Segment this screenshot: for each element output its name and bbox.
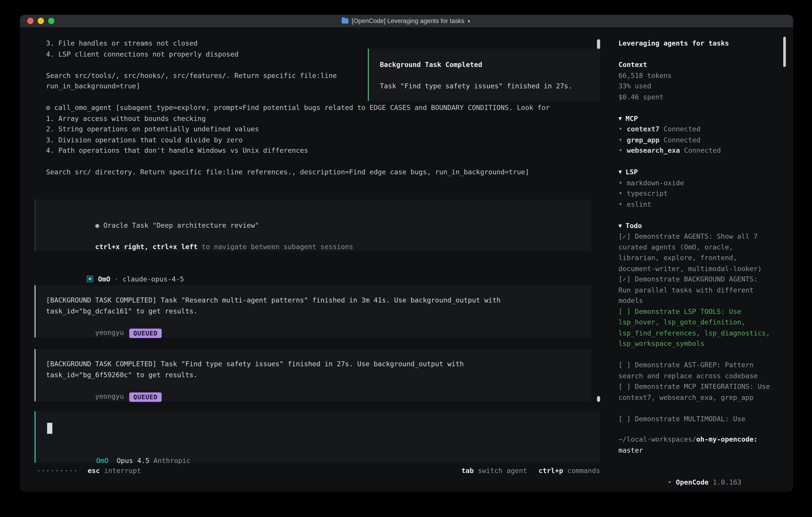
prompt-input[interactable]: OmO Opus 4.5 Anthropic <box>35 411 600 463</box>
chevron-down-icon: ▼ <box>618 222 622 229</box>
mcp-status: Connected <box>664 125 700 133</box>
mcp-name: websearch_exa <box>627 146 680 154</box>
input-cursor <box>47 423 52 434</box>
status-bar: ········· esc interrupt tab switch agent… <box>36 466 600 477</box>
separator-dot: · <box>114 275 118 283</box>
lsp-name: markdown-oxide <box>627 179 684 187</box>
lsp-item: •markdown-oxide <box>618 178 771 189</box>
card-author: yeongyu <box>95 392 124 400</box>
app-name: OpenCode <box>676 478 709 486</box>
window-content: 3. File handles or streams not closed 4.… <box>20 27 793 492</box>
bullet-icon: • <box>618 179 622 187</box>
background-task-toast[interactable]: Background Task Completed Task "Find typ… <box>368 49 600 101</box>
chevron-down-icon: ▼ <box>618 168 622 175</box>
todo-item: [ ] Demonstrate MCP INTEGRATIONS: Use co… <box>618 381 771 403</box>
chevron-down-icon: ▼ <box>618 115 622 122</box>
card-author: yeongyu <box>95 328 124 336</box>
mcp-heading-label: MCP <box>626 114 638 122</box>
hint-keys: ctrl+x right, ctrl+x left <box>95 243 197 250</box>
hint-text: to navigate between subagent sessions <box>202 243 353 250</box>
main-scrollbar-thumb-bottom[interactable] <box>597 396 600 402</box>
bullet-icon: • <box>618 200 622 208</box>
session-title: Leveraging agents for tasks <box>618 38 771 49</box>
input-provider: Anthropic <box>154 457 191 464</box>
sidebar-footer: ~/local-workspaces/oh-my-opencode: maste… <box>618 434 771 477</box>
window-title-area: [OpenCode] Leveraging agents for tasks ◐ <box>20 15 793 27</box>
todo-item: [✓] Demonstrate BACKGROUND AGENTS: Run p… <box>618 274 771 306</box>
workspace-prefix: ~/local-workspaces/ <box>618 435 696 443</box>
main-scrollbar-thumb-top[interactable] <box>597 39 600 50</box>
lsp-item: •eslint <box>618 199 771 210</box>
bullet-icon: • <box>618 189 622 197</box>
card-text-line: task_id="bg_6f59260c" to get results. <box>46 370 591 380</box>
toast-title: Background Task Completed <box>380 60 600 71</box>
lsp-item: •typescript <box>618 188 771 199</box>
minimize-button[interactable] <box>38 18 44 24</box>
agent-model: claude-opus-4-5 <box>122 275 184 283</box>
interrupt-label: interrupt <box>104 466 141 477</box>
card-text-line: [BACKGROUND TASK COMPLETED] Task "Find t… <box>46 359 591 370</box>
oracle-task-panel: ◉ Oracle Task "Deep architecture review"… <box>35 199 591 251</box>
lsp-name: eslint <box>627 200 651 208</box>
task-card: [BACKGROUND TASK COMPLETED] Task "Find t… <box>35 349 591 402</box>
oracle-hint: ctrl+x right, ctrl+x left to navigate be… <box>46 231 591 242</box>
todo-item: [ ] Demonstrate LSP TOOLS: Use lsp_hover… <box>618 306 771 349</box>
terminal-line <box>46 156 605 167</box>
terminal-line: Search src/ directory. Return specific f… <box>46 167 605 178</box>
branch-name: master <box>618 446 643 454</box>
agent-name: OmO <box>98 275 110 283</box>
tab-key: tab <box>462 466 474 477</box>
sidebar: Leveraging agents for tasks Context 66,5… <box>611 27 793 492</box>
lsp-section-header[interactable]: ▼LSP <box>618 167 771 178</box>
workspace-repo: oh-my-opencode: <box>696 435 758 443</box>
agent-icon <box>87 275 93 282</box>
context-heading: Context <box>618 60 771 71</box>
switch-agent-label: switch agent <box>478 466 527 477</box>
terminal-line: 3. File handles or streams not closed <box>46 38 605 49</box>
spinner-icon: ◐ <box>467 17 471 25</box>
todo-item: [ ] Demonstrate MULTIMODAL: Use <box>618 414 771 425</box>
input-agent-name: OmO <box>96 457 109 464</box>
traffic-lights <box>20 18 55 24</box>
terminal-line: 1. Array access without bounds checking <box>46 113 605 124</box>
spinner-dots: ········· <box>36 466 78 477</box>
close-button[interactable] <box>27 18 33 24</box>
mcp-status: Connected <box>664 136 700 143</box>
titlebar: [OpenCode] Leveraging agents for tasks ◐ <box>20 15 793 27</box>
todo-item: [✓] Demonstrate AGENTS: Show all 7 curat… <box>618 231 771 274</box>
terminal-line: 2. String operations on potentially unde… <box>46 124 605 135</box>
toast-body: Task "Find type safety issues" finished … <box>380 81 600 92</box>
commands-label: commands <box>568 466 600 477</box>
window-title: [OpenCode] Leveraging agents for tasks <box>352 17 464 25</box>
agent-header: OmO · claude-opus-4-5 <box>46 263 184 274</box>
input-model: Opus 4.5 <box>117 457 149 464</box>
app-version: 1.0.163 <box>713 478 741 486</box>
zoom-button[interactable] <box>48 18 54 24</box>
mcp-item: •grep_app Connected <box>618 135 771 145</box>
mcp-status: Connected <box>684 146 721 154</box>
lsp-heading-label: LSP <box>626 168 638 176</box>
todo-item: [ ] Demonstrate AST-GREP: Pattern search… <box>618 360 771 381</box>
main-pane: 3. File handles or streams not closed 4.… <box>20 27 611 492</box>
screen: [OpenCode] Leveraging agents for tasks ◐… <box>0 0 812 517</box>
workspace-path: ~/local-workspaces/oh-my-opencode: maste… <box>618 434 771 456</box>
card-text-line: [BACKGROUND TASK COMPLETED] Task "Resear… <box>46 295 591 306</box>
queued-badge: QUEUED <box>129 392 162 402</box>
lsp-name: typescript <box>627 189 668 197</box>
bullet-icon: • <box>668 478 671 486</box>
sidebar-scrollbar-thumb[interactable] <box>783 36 786 67</box>
context-tokens: 66,518 tokens <box>618 71 771 81</box>
terminal-line: 3. Division operations that could divide… <box>46 135 605 145</box>
mcp-name: context7 <box>627 125 660 133</box>
context-spent: $0.46 spent <box>618 92 771 103</box>
mcp-section-header[interactable]: ▼MCP <box>618 113 771 124</box>
folder-icon <box>342 19 348 24</box>
oracle-title: Oracle Task "Deep architecture review" <box>103 221 259 229</box>
bullet-icon: • <box>618 146 622 154</box>
esc-key: esc <box>88 466 100 477</box>
bullet-icon: • <box>618 136 622 143</box>
terminal-line: 4. Path operations that don't handle Win… <box>46 145 605 156</box>
mcp-name: grep_app <box>627 136 660 143</box>
mcp-item: •context7 Connected <box>618 124 771 135</box>
todo-section-header[interactable]: ▼Todo <box>618 220 771 231</box>
